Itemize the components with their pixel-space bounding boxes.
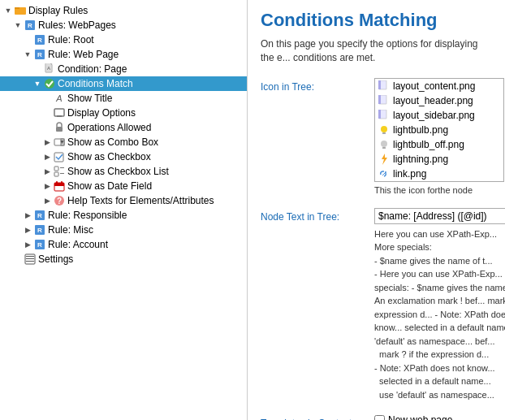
tree-label: Display Options <box>67 107 136 119</box>
tree-label: Show as Checkbox <box>67 151 151 162</box>
check-green-icon <box>43 77 56 90</box>
rule-icon: R <box>24 19 37 32</box>
tree-item-show-checkbox[interactable]: ▶ Show as Checkbox <box>0 149 247 164</box>
tree-label: Rule: Responsible <box>48 210 127 221</box>
tree-item-show-title[interactable]: ▶ A Show Title <box>0 91 247 106</box>
text-icon: A <box>53 92 66 105</box>
rule-icon: R <box>33 223 46 236</box>
svg-rect-14 <box>56 127 63 132</box>
date-icon <box>53 180 66 193</box>
svg-point-47 <box>381 141 387 147</box>
templates-content: New web page <box>374 414 492 420</box>
tree-item-rule-misc[interactable]: ▶ R Rule: Misc <box>0 223 247 237</box>
tree-label: Show as Combo Box <box>67 136 158 148</box>
tree-item-show-combo[interactable]: ▶ ▼ Show as Combo Box <box>0 135 247 149</box>
svg-rect-24 <box>54 183 64 186</box>
tree-item-show-date[interactable]: ▶ Show as Date Field <box>0 179 247 193</box>
list-item[interactable]: link.png <box>375 167 503 181</box>
svg-rect-46 <box>382 132 386 134</box>
tree-label: Help Texts for Elements/Attributes <box>67 195 214 206</box>
svg-rect-19 <box>54 167 58 171</box>
tree-item-help-texts[interactable]: ▶ ? Help Texts for Elements/Attributes <box>0 193 247 208</box>
node-text-row: Node Text in Tree: Here you can use XPat… <box>261 208 492 402</box>
tree-label: Display Rules <box>28 5 88 16</box>
svg-point-10 <box>45 79 54 89</box>
tree-item-display-rules[interactable]: ▼ Display Rules <box>0 3 247 18</box>
tree-label: Show as Date Field <box>67 180 152 192</box>
tree-item-rule-account[interactable]: ▶ R Rule: Account <box>0 237 247 252</box>
exclamation-desc: Here you can use XPath-Exp... More speci… <box>374 269 505 346</box>
svg-text:R: R <box>37 227 42 234</box>
tree-item-rule-root[interactable]: ▶ R Rule: Root <box>0 32 247 47</box>
tree-item-display-options[interactable]: ▶ Display Options <box>0 106 247 120</box>
combo-icon: ▼ <box>53 136 66 149</box>
list-item[interactable]: layout_content.png <box>375 79 503 93</box>
expand-icon: ▶ <box>23 225 32 235</box>
svg-rect-21 <box>54 172 58 176</box>
expand-icon: ▶ <box>42 181 52 191</box>
bulb-icon <box>378 124 390 136</box>
tree-label: Show as Checkbox List <box>67 166 169 177</box>
icon-list[interactable]: layout_content.png layout_header.png lay… <box>374 78 504 182</box>
svg-rect-36 <box>26 256 34 257</box>
rule-icon: R <box>33 33 46 46</box>
page-icon: A <box>43 63 56 76</box>
list-item[interactable]: lightbulb.png <box>375 123 503 137</box>
filename: lightbulb.png <box>393 124 448 136</box>
checkbox-icon <box>53 150 66 163</box>
help-icon: ? <box>53 194 66 207</box>
link-icon <box>378 168 390 180</box>
node-text-input[interactable] <box>374 208 505 224</box>
list-item[interactable]: layout_header.png <box>375 93 503 108</box>
lightning-icon <box>378 154 390 165</box>
tree-item-rule-responsible[interactable]: ▶ R Rule: Responsible <box>0 208 247 223</box>
node-text-label: Node Text in Tree: <box>261 208 374 223</box>
svg-text:A: A <box>55 93 62 103</box>
svg-rect-42 <box>378 95 381 104</box>
tree-item-settings[interactable]: ▶ Settings <box>0 252 247 266</box>
tree-item-condition-page[interactable]: ▶ A Condition: Page <box>0 62 247 76</box>
list-item[interactable]: lightning.png <box>375 152 503 167</box>
new-webpage-checkbox[interactable] <box>374 415 385 420</box>
tree-label: Rule: Account <box>48 239 108 250</box>
tree-item-operations-allowed[interactable]: ▶ Operations Allowed <box>0 120 247 135</box>
svg-text:A: A <box>47 66 50 71</box>
tree-item-conditions-match[interactable]: ▼ Conditions Match <box>0 76 247 91</box>
tree-label: Rule: Web Page <box>48 49 119 60</box>
templates-label: Templates in Context Menu: <box>261 414 374 420</box>
tree-label: Rule: Root <box>48 34 94 45</box>
list-item[interactable]: layout_sidebar.png <box>375 108 503 123</box>
node-text-content: Here you can use XPath-Exp... More speci… <box>374 208 505 402</box>
expand-icon: ▼ <box>3 6 13 15</box>
svg-text:R: R <box>37 241 42 249</box>
filename: layout_content.png <box>393 80 475 92</box>
tree-label: Operations Allowed <box>67 122 151 133</box>
svg-rect-37 <box>26 258 34 259</box>
expand-icon: ▼ <box>32 79 42 89</box>
node-text-desc: Here you can use XPath-Exp... More speci… <box>374 227 505 402</box>
svg-text:▼: ▼ <box>59 139 65 145</box>
svg-rect-48 <box>382 147 386 149</box>
filename: lightbulb_off.png <box>393 139 464 150</box>
file-icon <box>378 80 390 92</box>
new-webpage-label: New web page <box>388 414 452 420</box>
icon-in-tree-label: Icon in Tree: <box>261 78 374 93</box>
svg-rect-1 <box>15 7 19 9</box>
rule-icon: R <box>33 209 46 222</box>
svg-rect-40 <box>378 80 381 89</box>
filename: lightning.png <box>393 154 448 165</box>
svg-text:?: ? <box>57 197 62 206</box>
bulb-off-icon <box>378 139 390 150</box>
left-panel: ▼ Display Rules ▼ R Rules: WebPages ▶ R … <box>0 0 248 420</box>
svg-marker-49 <box>382 154 387 165</box>
tree-item-rules-webpages[interactable]: ▼ R Rules: WebPages <box>0 18 247 32</box>
expand-icon: ▶ <box>42 196 52 206</box>
icon-description: This the icon forthe node <box>374 185 504 195</box>
filename: layout_sidebar.png <box>393 110 475 121</box>
tree-item-rule-webpage[interactable]: ▼ R Rule: Web Page <box>0 47 247 62</box>
expand-icon: ▶ <box>42 167 52 176</box>
tree-item-show-checkbox-list[interactable]: ▶ Show as Checkbox List <box>0 164 247 179</box>
list-item[interactable]: lightbulb_off.png <box>375 137 503 152</box>
filename: layout_header.png <box>393 95 473 106</box>
icon-in-tree-row: Icon in Tree: layout_content.png layout_… <box>261 78 492 195</box>
